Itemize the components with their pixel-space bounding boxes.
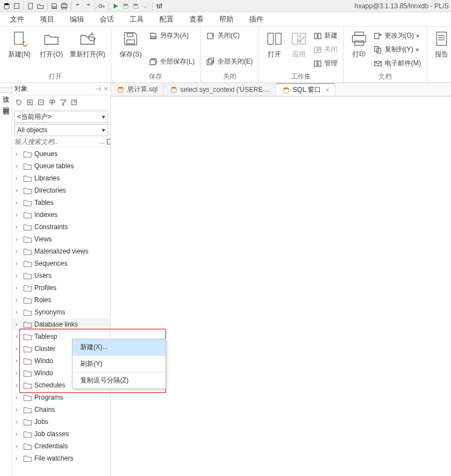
print-button[interactable]: 打印 [347,29,371,59]
open-button[interactable]: 打开(O) [35,29,68,59]
close-tab-icon[interactable]: × [325,86,329,94]
tab-sql3[interactable]: SQL 窗口 × [276,83,335,96]
tree-node[interactable]: ›Jobs [12,416,110,428]
print-icon[interactable] [60,2,69,11]
ws-close-button[interactable]: 关闭 [311,44,340,55]
editor-tabs: 息计算.sql select sys_context ('USERE ... S… [111,83,451,96]
ctx-new[interactable]: 新建(X)... [72,339,165,356]
undo-icon[interactable] [74,2,82,11]
sliders-icon[interactable] [155,2,164,11]
closeall-button[interactable]: 全部关闭(E) [204,56,255,68]
tree-node[interactable]: ›Materialized views [12,245,110,257]
remove-icon[interactable] [37,98,45,107]
new-button[interactable]: 新建(N) [3,29,35,59]
svg-rect-20 [152,37,155,38]
menu-config[interactable]: 配置 [152,12,182,27]
db-icon[interactable] [2,2,11,11]
menu-file[interactable]: 文件 [2,12,32,27]
object-filter[interactable]: All objects▾ [14,124,108,136]
tab-sql2[interactable]: select sys_context ('USERE ... [164,83,276,96]
menu-plugin[interactable]: 插件 [241,12,271,27]
tree-node[interactable]: ›Queues [12,148,110,160]
menu-project[interactable]: 项目 [32,12,62,27]
find-icon[interactable] [48,98,56,107]
tree-node[interactable]: ›Queue tables [12,160,110,172]
new-blank-icon[interactable] [26,2,35,11]
redo-icon[interactable] [84,2,92,11]
filter-icon[interactable] [59,98,68,107]
tree-node[interactable]: ›Views [12,233,110,245]
vtab-windowlist[interactable]: 窗口列表 [0,100,12,105]
open-label: 打开(O) [40,50,63,59]
expand-icon[interactable] [70,98,79,107]
tree-node[interactable]: ›Directories [12,184,110,196]
user-selector-value: <当前用户> [17,112,51,122]
chevron-right-icon: › [15,442,21,450]
object-tree[interactable]: ›Queues›Queue tables›Libraries›Directori… [12,148,110,476]
ribbon-doc-group: 打印 更改为(G)▾ 复制到(Y)▾ 电子邮件(M) 文档 [344,27,427,82]
tree-node[interactable]: ›Libraries [12,172,110,184]
tree-node[interactable]: ›File watchers [12,452,110,464]
ws-new-button[interactable]: 新建 [311,30,340,42]
menu-session[interactable]: 会话 [92,12,122,27]
tree-node[interactable]: ›Database links [12,318,110,330]
save-button[interactable]: 保存(S) [115,29,147,59]
tree-node[interactable]: ›Indexes [12,209,110,221]
tree-node[interactable]: ›Profiles [12,282,110,294]
svg-point-7 [99,4,102,7]
report-button[interactable]: 报告 [431,29,451,59]
chevron-right-icon: › [15,418,21,426]
ws-manage-button[interactable]: 管理 [311,58,340,69]
copyto-button[interactable]: 复制到(Y)▾ [371,44,423,55]
close-panel-icon[interactable]: × [104,85,108,93]
tree-node[interactable]: ›Sequences [12,257,110,270]
tree-node[interactable]: ›Credentials [12,440,110,452]
close-button[interactable]: 关闭(C) [204,30,255,42]
saveas-button[interactable]: 另存为(A) [147,30,197,42]
open-folder-icon[interactable] [36,2,45,11]
menu-tool[interactable]: 工具 [122,12,152,27]
tree-node[interactable]: ›Constraints [12,221,110,233]
title-bar: hxapp@3.1.13.85/lnnxdb - PL/S [0,0,451,12]
tree-node[interactable]: ›Tables [12,196,110,209]
reopen-button[interactable]: 重新打开(R) [68,29,107,59]
save-icon[interactable] [50,2,59,11]
add-icon[interactable] [25,98,34,107]
object-filter-value: All objects [17,126,48,134]
ws-open-button[interactable]: 打开 [262,29,287,59]
tree-node[interactable]: ›Chains [12,403,110,416]
ribbon-close-group: 关闭(C) 全部关闭(E) 关闭 [201,27,259,82]
tree-node[interactable]: ›Users [12,270,110,282]
user-selector[interactable]: <当前用户>▾ [14,111,108,123]
search-input[interactable] [14,138,98,146]
ctx-copy[interactable]: 复制逗号分隔(Z) [72,372,165,389]
refresh-icon[interactable] [14,98,23,107]
key-icon[interactable] [97,2,106,11]
email-button[interactable]: 电子邮件(M) [371,58,423,69]
search-more-icon[interactable]: ... [99,138,105,146]
square-icon[interactable] [12,2,21,11]
stop-icon [141,2,150,11]
editor-body[interactable] [111,96,451,476]
tree-label: Tablesp [34,333,57,340]
tree-node[interactable]: ›Synonyms [12,306,110,318]
changeto-button[interactable]: 更改为(G)▾ [371,30,423,42]
tree-node[interactable]: ›Job classes [12,428,110,440]
ws-apply-button[interactable]: 应用 [287,29,311,59]
pin-icon[interactable]: ⊣ [95,85,101,93]
vtab-connect[interactable]: 连接 [0,87,12,93]
tab-sql1[interactable]: 息计算.sql [111,83,164,96]
saveall-button[interactable]: 全部保存(L) [147,56,197,68]
menu-edit[interactable]: 编辑 [62,12,92,27]
tree-label: Tables [34,199,54,206]
menu-help[interactable]: 帮助 [211,12,241,27]
chevron-right-icon: › [15,454,21,462]
ctx-refresh[interactable]: 刷新(Y) [72,356,165,372]
close-group-label: 关闭 [204,71,255,81]
tree-node[interactable]: ›Programs [12,391,110,403]
tree-label: Roles [34,296,51,304]
tab-label: select sys_context ('USERE ... [180,86,270,94]
run-icon[interactable] [111,2,120,11]
tree-node[interactable]: ›Roles [12,294,110,306]
menu-view[interactable]: 查看 [182,12,211,27]
